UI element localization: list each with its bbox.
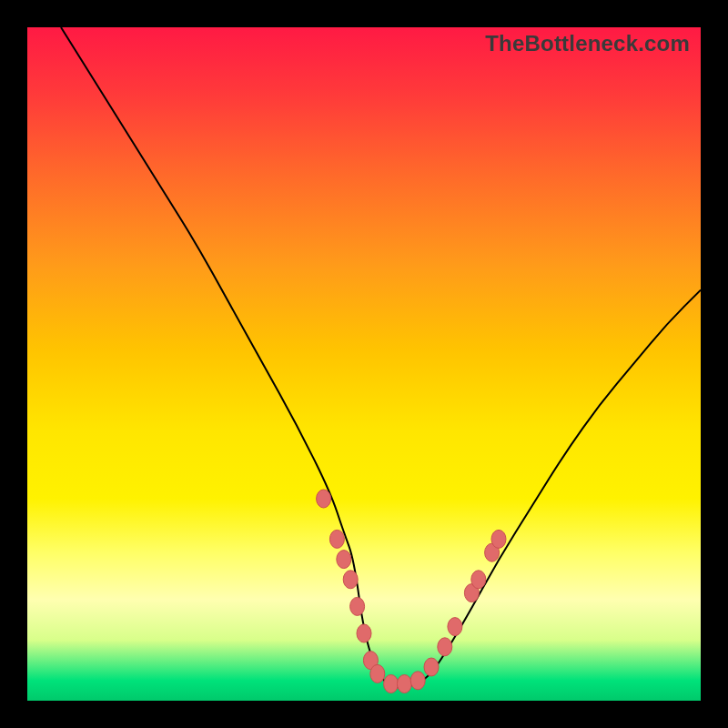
- data-marker: [329, 530, 344, 548]
- data-marker: [384, 675, 399, 693]
- bottleneck-curve: [61, 27, 701, 687]
- curve-group: [61, 27, 701, 687]
- data-marker: [397, 675, 411, 693]
- data-marker: [337, 551, 351, 569]
- data-marker: [471, 571, 486, 589]
- data-marker: [357, 624, 371, 642]
- chart-svg: [27, 27, 701, 701]
- data-marker: [317, 490, 331, 508]
- data-marker: [438, 638, 452, 656]
- data-marker: [370, 664, 385, 682]
- chart-frame: TheBottleneck.com: [0, 0, 728, 728]
- data-marker: [448, 618, 462, 636]
- plot-area: TheBottleneck.com: [27, 27, 701, 701]
- data-marker: [491, 530, 506, 548]
- marker-group: [317, 490, 506, 693]
- data-marker: [410, 672, 425, 690]
- data-marker: [343, 571, 358, 589]
- data-marker: [350, 597, 365, 615]
- data-marker: [424, 658, 439, 676]
